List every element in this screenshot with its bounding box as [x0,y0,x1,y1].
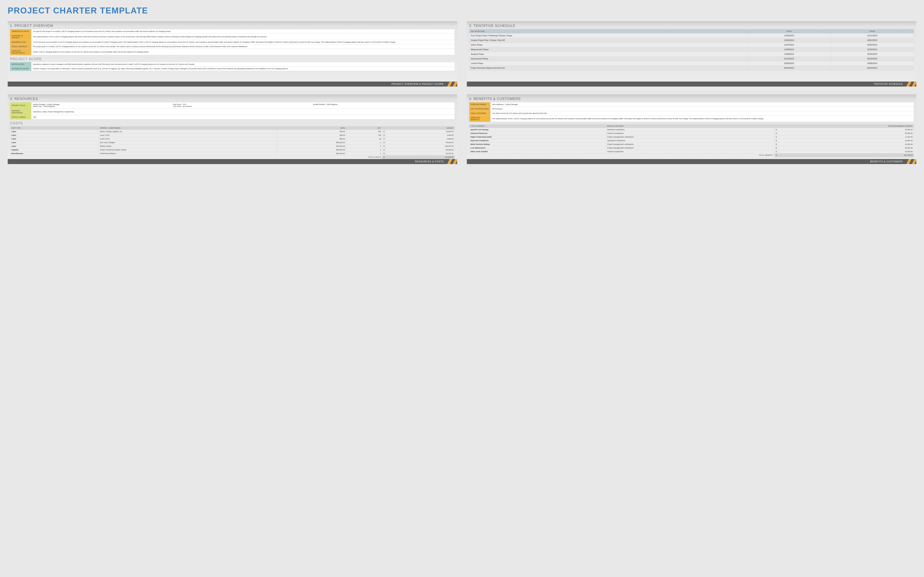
cost-rate: $85,000.00 [277,141,346,145]
finish-date: 02/01/20XX [831,38,914,43]
cost-row: LaborEVC Fast Chargers$85,000.001$85,000… [10,141,455,145]
benefit-amount: 12,000.00 [778,139,914,142]
cost-type: Labor [10,134,99,137]
kv-value: Positive Charge is not responsible for t… [31,66,455,71]
cost-vendor: Level 2 EVS [99,137,277,141]
cost-row: LaborLevel 1 EVS$46.00100$4,600.00 [10,134,455,137]
kv-label: EXPECTED DELIVERABLES [10,49,31,55]
col-vendor: VENDOR / LABOR NAMES [99,126,277,130]
cost-vendor: Battery Vendor [99,145,277,148]
scope-heading: PROJECT SCOPE [10,57,455,61]
resources-support-row: SUPPORT RESOURCES Operations, Sales, Pro… [10,109,455,115]
benefit-basis: Finance's projections [606,150,774,153]
schedule-table: KEY MILESTONE START FINISH Form Project … [469,29,914,70]
resources-footer: RESOURCES & COSTS [8,159,457,164]
team-c3r1: Donald Smythe - Field Engineer [313,103,453,105]
kv-row: PURPOSE OF PROJECTThe implementation of … [10,34,455,40]
total-benefit-amount: $237,750.00 [774,153,914,157]
benefit-row: Specific Cost SavingsEstimator's project… [469,128,914,132]
cost-amount: 239,637.00 [386,145,455,148]
team-c1r1: Janine Remagio - Project Manager [33,103,173,105]
kv-label: BUSINESS CASE [10,40,31,44]
cost-amount: 85,000.00 [386,141,455,145]
benefit-row: Improved ComplianceOperations' estimatio… [469,139,914,142]
special-value: TBD [31,115,455,119]
kv-value: Jill DeGrassio [491,107,914,111]
benefit-dollar: $ [774,135,778,139]
cost-type: Labor [10,130,99,134]
kv-value: The implementation of the 1,125 EV charg… [31,34,455,40]
resources-table: PROJECT TEAM Janine Remagio - Project Ma… [10,102,455,119]
benefit-dollar: $ [774,150,778,153]
team-value: Janine Remagio - Project Manager David C… [31,102,455,109]
benefit-dollar: $ [774,142,778,146]
benefit-type: Other Costs Avoided [469,150,606,153]
benefit-basis: Project management's estimations [606,142,774,146]
benefit-type: Less Maintenance [469,146,606,150]
start-date: 04/23/20XX [748,66,831,70]
kv-row: GOALS / METRICSThe project goal is to in… [10,44,455,49]
cost-amount: 68,686.00 [386,148,455,152]
cost-dollar: $ [382,152,386,155]
schedule-row: Form Project Team / Preliminary Review /… [469,34,914,38]
milestone: Control Phase [469,61,748,66]
milestone: Improvement Phase [469,56,748,61]
col-basis: BASIS OF ESTIMATE [606,124,774,128]
overview-footer: PROJECT OVERVIEW & PROJECT SCOPE [8,82,457,87]
support-value: Operations, Sales, Project Management, E… [31,109,455,115]
kv-label: EXPECTED BENEFITS [469,116,491,122]
panel-overview: 1. PROJECT OVERVIEW PROBLEM OR ISSUEOur … [8,21,457,87]
resources-special-row: SPECIAL NEEDS TBD [10,115,455,119]
finish-date: 02/10/20XX [831,47,914,52]
kv-label: OUTSIDE OF SCOPE [10,66,31,71]
cost-qty: 3 [346,145,382,148]
finish-date: 03/08/20XX [831,61,914,66]
start-date: 12/05/20XX [748,34,831,38]
team-label: PROJECT TEAM [10,102,31,109]
milestone: Project Summary Report and Close Out [469,66,748,70]
benefit-row: Better Decision MakingProject management… [469,142,914,146]
cost-row: LaborElectro Charge Logistics, Inc.$78.0… [10,130,455,134]
finish-date: 03/10/20XX [831,56,914,61]
kv-value: Jane Matthews - Project Manager [491,102,914,107]
benefit-row: Higher Productivity (Soft)Project manage… [469,135,914,139]
kv-value: The implementation of the 1,125 EV charg… [491,116,914,122]
benefit-basis: Project management's estimations [606,135,774,139]
schedule-row: Finalize Project Plan / Charter / Kick O… [469,38,914,43]
kv-row: EXPECTED BENEFITSThe implementation of t… [469,116,914,122]
benefit-dollar: $ [774,146,778,150]
costs-table: COST TYPE VENDOR / LABOR NAMES RATE QTY … [10,126,455,159]
col-amount: AMOUNT [382,126,455,130]
cost-qty: 200 [346,130,382,134]
kv-label: PROCESS OWNER [469,102,491,107]
benefit-basis: Operations' estimations [606,139,774,142]
benefit-type: Improved Compliance [469,139,606,142]
cost-row: SuppliesPower Conversion System Vendor$6… [10,148,455,152]
schedule-row: Project Summary Report and Close Out04/2… [469,66,914,70]
milestone: Define Phase [469,43,748,47]
benefit-type: Higher Productivity (Soft) [469,135,606,139]
cost-type: Labor [10,145,99,148]
cost-qty: 50 [346,137,382,141]
cost-dollar: $ [382,148,386,152]
finish-date: 02/26/20XX [831,52,914,56]
schedule-row: Control Phase02/08/20XX03/08/20XX [469,61,914,66]
cost-rate: $58.00 [277,137,346,141]
benefit-row: Enhanced RevenuesFinance's projections$9… [469,132,914,135]
cost-type: Labor [10,137,99,141]
cost-rate: $46.00 [277,134,346,137]
kv-value: 116 clients across the US, Mexico and Ca… [491,111,914,116]
kv-row: BUSINESS CASEAs EVs become more prevalen… [10,40,455,44]
overview-heading: 1. PROJECT OVERVIEW [10,24,455,28]
cost-amount: 25,432.00 [386,152,455,155]
benefit-amount: 46,250.00 [778,150,914,153]
col-benefit-amount: ESTIMATED BENEFIT AMOUNT [774,124,914,128]
total-costs-amount: $441,855.00 [382,155,455,159]
panel-resources: 3. RESOURCES PROJECT TEAM Janine Remagio… [8,94,457,164]
kv-row: KEY STAKEHOLDERSJill DeGrassio [469,107,914,111]
total-benefit-label: TOTAL BENEFIT [469,153,775,157]
finish-date: 06/23/20XX [831,66,914,70]
scope-table: WITHIN SCOPEOperations engineers, projec… [10,62,455,71]
finish-date: 01/11/20XX [831,34,914,38]
cost-dollar: $ [382,134,386,137]
